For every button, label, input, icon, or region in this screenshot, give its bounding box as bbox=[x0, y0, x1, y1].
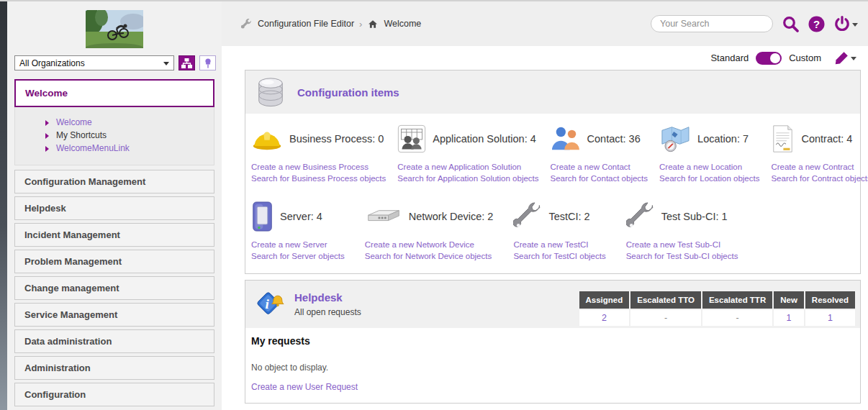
ci-count: 36 bbox=[629, 133, 641, 145]
search-contract-link[interactable]: Search for Contract objects bbox=[771, 173, 868, 185]
create-contact-link[interactable]: Create a new Contact bbox=[551, 162, 648, 173]
sidebar-section-configuration[interactable]: Configuration bbox=[14, 383, 214, 406]
search-input[interactable] bbox=[651, 15, 773, 32]
sidebar-section-incident-management[interactable]: Incident Management bbox=[14, 223, 214, 247]
search-testci-link[interactable]: Search for TestCI objects bbox=[513, 251, 605, 263]
sidebar-section-problem-management[interactable]: Problem Management bbox=[14, 250, 214, 273]
ci-cell-contract: Contract4 Create a new Contract Search f… bbox=[771, 122, 868, 184]
ci-cell-test-sub-ci: Test Sub-CI1 Create a new Test Sub-CI Se… bbox=[626, 200, 738, 262]
search-test-sub-ci-link[interactable]: Search for Test Sub-CI objects bbox=[626, 251, 738, 263]
create-testci-link[interactable]: Create a new TestCI bbox=[513, 240, 605, 251]
create-user-request-link[interactable]: Create a new User Request bbox=[251, 382, 358, 392]
test-sub-ci-icon bbox=[626, 202, 655, 231]
helpdesk-icon: i bbox=[254, 289, 284, 319]
configuration-items-body: Business Process0 Create a new Business … bbox=[245, 114, 860, 273]
table-header-row: Assigned Escalated TTO Escalated TTR New… bbox=[579, 291, 856, 309]
ci-count: 4 bbox=[846, 133, 852, 145]
ci-label: Location bbox=[697, 133, 743, 145]
search-button[interactable] bbox=[782, 15, 800, 33]
ci-label: TestCI bbox=[548, 211, 584, 222]
sidebar-item-my-shortcuts[interactable]: My Shortcuts bbox=[45, 129, 214, 142]
standard-custom-toggle[interactable] bbox=[756, 52, 782, 65]
breadcrumb-separator-icon: › bbox=[359, 19, 362, 29]
section-label: Problem Management bbox=[24, 256, 122, 267]
sidebar-section-data-administration[interactable]: Data administration bbox=[14, 329, 214, 353]
col-escalated-tto: Escalated TTO bbox=[630, 291, 701, 309]
search-server-link[interactable]: Search for Server objects bbox=[251, 251, 345, 263]
organization-select[interactable]: All Organizations bbox=[14, 55, 174, 70]
section-label: Helpdesk bbox=[24, 203, 66, 214]
section-label: Incident Management bbox=[24, 229, 120, 240]
help-icon: ? bbox=[808, 16, 825, 32]
logout-menu-button[interactable] bbox=[833, 15, 858, 32]
network-device-icon bbox=[365, 208, 402, 226]
ci-count: 4 bbox=[317, 211, 322, 222]
ci-cell-server: Server4 Create a new Server Search for S… bbox=[251, 200, 345, 262]
sidebar-section-configuration-management[interactable]: Configuration Management bbox=[14, 170, 214, 193]
breadcrumb: Configuration File Editor › Welcome bbox=[240, 18, 421, 30]
left-rail bbox=[0, 1, 7, 410]
sidebar-section-helpdesk[interactable]: Helpdesk bbox=[14, 196, 214, 220]
search-network-device-link[interactable]: Search for Network Device objects bbox=[365, 251, 494, 263]
ci-cell-network-device: Network Device2 Create a new Network Dev… bbox=[365, 200, 494, 262]
create-server-link[interactable]: Create a new Server bbox=[251, 240, 345, 251]
ci-label: Application Solution bbox=[433, 133, 530, 145]
sidebar-item-welcome[interactable]: Welcome bbox=[45, 116, 214, 129]
business-process-icon bbox=[251, 125, 283, 152]
search-contact-link[interactable]: Search for Contact objects bbox=[551, 173, 648, 185]
create-contract-link[interactable]: Create a new Contract bbox=[771, 162, 868, 173]
breadcrumb-current[interactable]: Welcome bbox=[384, 19, 421, 29]
assigned-count-link[interactable]: 2 bbox=[579, 310, 630, 326]
new-count-link[interactable]: 1 bbox=[774, 310, 804, 326]
create-business-process-link[interactable]: Create a new Business Process bbox=[251, 162, 386, 173]
breadcrumb-root-link[interactable]: Configuration File Editor bbox=[258, 19, 354, 29]
search-location-link[interactable]: Search for Location objects bbox=[659, 173, 759, 185]
section-label: Configuration bbox=[24, 389, 86, 400]
ci-count: 1 bbox=[722, 211, 728, 222]
search-icon bbox=[782, 15, 800, 33]
my-requests-heading: My requests bbox=[251, 335, 851, 347]
ci-count: 2 bbox=[584, 211, 590, 222]
organization-row: All Organizations bbox=[14, 55, 216, 70]
sidebar-item-my-shortcuts-label: My Shortcuts bbox=[56, 129, 107, 142]
resolved-count-link[interactable]: 1 bbox=[805, 310, 855, 326]
search-business-process-link[interactable]: Search for Business Process objects bbox=[251, 173, 386, 185]
helpdesk-titles: Helpdesk All open requests bbox=[294, 291, 361, 317]
section-label: Service Management bbox=[24, 309, 117, 320]
ci-cell-business-process: Business Process0 Create a new Business … bbox=[251, 122, 386, 184]
dashboard-content: Standard Custom bbox=[222, 46, 868, 410]
create-location-link[interactable]: Create a new Location bbox=[659, 162, 759, 173]
help-button[interactable]: ? bbox=[808, 16, 825, 32]
sidebar-item-welcomemenulink[interactable]: WelcomeMenuLink bbox=[45, 142, 214, 155]
sidebar-section-welcome[interactable]: Welcome bbox=[14, 79, 214, 107]
create-application-solution-link[interactable]: Create a new Application Solution bbox=[397, 162, 538, 173]
configuration-items-title: Configuration items bbox=[297, 86, 399, 99]
sidebar-item-welcomemenulink-label: WelcomeMenuLink bbox=[56, 142, 130, 155]
org-hierarchy-button[interactable] bbox=[178, 55, 195, 70]
create-test-sub-ci-link[interactable]: Create a new Test Sub-CI bbox=[626, 240, 738, 251]
create-network-device-link[interactable]: Create a new Network Device bbox=[365, 240, 494, 251]
sidebar-section-administration[interactable]: Administration bbox=[14, 356, 214, 380]
search-application-solution-link[interactable]: Search for Application Solution objects bbox=[397, 173, 538, 185]
helpdesk-panel: i Helpdesk All open requests Assigned Es… bbox=[245, 280, 861, 404]
ci-count: 2 bbox=[487, 211, 493, 222]
hierarchy-icon bbox=[181, 58, 192, 68]
top-bar: Configuration File Editor › Welcome bbox=[222, 1, 868, 46]
sidebar-section-change-management[interactable]: Change management bbox=[14, 276, 214, 300]
svg-text:?: ? bbox=[813, 17, 820, 29]
toggle-knob bbox=[770, 53, 780, 63]
sidebar-section-service-management[interactable]: Service Management bbox=[14, 303, 214, 327]
col-assigned: Assigned bbox=[579, 291, 630, 309]
ci-label: Contact bbox=[587, 133, 629, 145]
edit-dashboard-button[interactable] bbox=[834, 50, 856, 65]
chevron-down-icon bbox=[851, 57, 856, 63]
database-icon bbox=[254, 76, 287, 108]
welcome-submenu: Welcome My Shortcuts WelcomeMenuLink bbox=[14, 107, 214, 165]
location-icon bbox=[659, 125, 691, 152]
section-label: Configuration Management bbox=[24, 176, 145, 187]
ci-cell-location: Location7 Create a new Location Search f… bbox=[659, 122, 759, 184]
helpdesk-summary-table: Assigned Escalated TTO Escalated TTR New… bbox=[578, 290, 857, 327]
section-label: Data administration bbox=[24, 336, 112, 347]
pin-menu-button[interactable] bbox=[199, 55, 216, 70]
standard-label: Standard bbox=[710, 53, 749, 63]
